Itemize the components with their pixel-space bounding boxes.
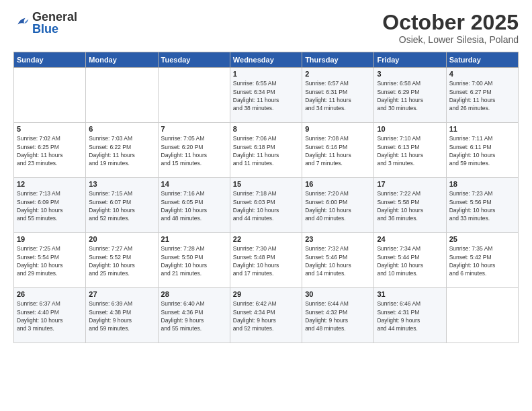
day-number: 6 xyxy=(89,125,154,133)
month-title: October 2025 xyxy=(382,11,519,34)
day-info: Sunrise: 7:34 AM Sunset: 5:44 PM Dayligh… xyxy=(377,244,443,277)
day-number: 1 xyxy=(233,70,299,78)
week-row-5: 26Sunrise: 6:37 AM Sunset: 4:40 PM Dayli… xyxy=(14,288,519,343)
calendar-cell: 30Sunrise: 6:44 AM Sunset: 4:32 PM Dayli… xyxy=(302,288,374,343)
day-info: Sunrise: 7:06 AM Sunset: 6:18 PM Dayligh… xyxy=(233,134,299,167)
day-number: 2 xyxy=(305,70,371,78)
day-number: 3 xyxy=(377,70,443,78)
header: General Blue October 2025 Osiek, Lower S… xyxy=(13,11,519,45)
calendar-cell: 10Sunrise: 7:10 AM Sunset: 6:13 PM Dayli… xyxy=(374,123,446,178)
calendar-cell: 9Sunrise: 7:08 AM Sunset: 6:16 PM Daylig… xyxy=(302,123,374,178)
calendar-page: General Blue October 2025 Osiek, Lower S… xyxy=(0,0,532,411)
logo: General Blue xyxy=(13,11,77,35)
day-number: 13 xyxy=(89,180,154,188)
day-info: Sunrise: 7:35 AM Sunset: 5:42 PM Dayligh… xyxy=(449,244,515,277)
day-number: 4 xyxy=(449,70,515,78)
calendar-cell: 1Sunrise: 6:55 AM Sunset: 6:34 PM Daylig… xyxy=(230,68,302,123)
day-number: 31 xyxy=(377,290,443,298)
day-number: 15 xyxy=(233,180,299,188)
day-info: Sunrise: 7:15 AM Sunset: 6:07 PM Dayligh… xyxy=(89,189,154,222)
calendar-cell: 24Sunrise: 7:34 AM Sunset: 5:44 PM Dayli… xyxy=(374,233,446,288)
calendar-cell: 25Sunrise: 7:35 AM Sunset: 5:42 PM Dayli… xyxy=(446,233,518,288)
day-number: 23 xyxy=(305,235,371,243)
day-info: Sunrise: 6:37 AM Sunset: 4:40 PM Dayligh… xyxy=(17,300,83,332)
calendar-cell: 21Sunrise: 7:28 AM Sunset: 5:50 PM Dayli… xyxy=(158,233,230,288)
calendar-cell: 7Sunrise: 7:05 AM Sunset: 6:20 PM Daylig… xyxy=(158,123,230,178)
day-info: Sunrise: 7:30 AM Sunset: 5:48 PM Dayligh… xyxy=(233,244,299,277)
day-number: 18 xyxy=(449,180,515,188)
week-row-2: 5Sunrise: 7:02 AM Sunset: 6:25 PM Daylig… xyxy=(14,123,519,178)
title-block: October 2025 Osiek, Lower Silesia, Polan… xyxy=(382,11,519,45)
logo-blue: Blue xyxy=(32,23,77,35)
day-info: Sunrise: 7:18 AM Sunset: 6:03 PM Dayligh… xyxy=(233,189,299,222)
day-info: Sunrise: 7:10 AM Sunset: 6:13 PM Dayligh… xyxy=(377,134,443,167)
day-info: Sunrise: 6:57 AM Sunset: 6:31 PM Dayligh… xyxy=(305,79,371,112)
calendar-cell: 4Sunrise: 7:00 AM Sunset: 6:27 PM Daylig… xyxy=(446,68,518,123)
day-number: 5 xyxy=(17,125,83,133)
calendar-cell: 13Sunrise: 7:15 AM Sunset: 6:07 PM Dayli… xyxy=(86,178,158,233)
col-sunday: Sunday xyxy=(14,52,86,68)
day-info: Sunrise: 7:28 AM Sunset: 5:50 PM Dayligh… xyxy=(161,244,227,277)
location: Osiek, Lower Silesia, Poland xyxy=(382,34,519,45)
day-info: Sunrise: 7:03 AM Sunset: 6:22 PM Dayligh… xyxy=(89,134,154,167)
calendar-cell: 19Sunrise: 7:25 AM Sunset: 5:54 PM Dayli… xyxy=(14,233,86,288)
day-info: Sunrise: 6:42 AM Sunset: 4:34 PM Dayligh… xyxy=(233,300,299,332)
logo-bird-icon xyxy=(13,15,30,31)
day-number: 22 xyxy=(233,235,299,243)
calendar-cell: 11Sunrise: 7:11 AM Sunset: 6:11 PM Dayli… xyxy=(446,123,518,178)
calendar-cell: 26Sunrise: 6:37 AM Sunset: 4:40 PM Dayli… xyxy=(14,288,86,343)
calendar-table: Sunday Monday Tuesday Wednesday Thursday… xyxy=(13,52,519,343)
week-row-4: 19Sunrise: 7:25 AM Sunset: 5:54 PM Dayli… xyxy=(14,233,519,288)
calendar-cell: 16Sunrise: 7:20 AM Sunset: 6:00 PM Dayli… xyxy=(302,178,374,233)
day-number: 28 xyxy=(161,290,227,298)
day-info: Sunrise: 7:16 AM Sunset: 6:05 PM Dayligh… xyxy=(161,189,227,222)
calendar-cell: 22Sunrise: 7:30 AM Sunset: 5:48 PM Dayli… xyxy=(230,233,302,288)
calendar-cell: 14Sunrise: 7:16 AM Sunset: 6:05 PM Dayli… xyxy=(158,178,230,233)
calendar-cell: 5Sunrise: 7:02 AM Sunset: 6:25 PM Daylig… xyxy=(14,123,86,178)
day-info: Sunrise: 7:23 AM Sunset: 5:56 PM Dayligh… xyxy=(449,189,515,222)
calendar-cell: 28Sunrise: 6:40 AM Sunset: 4:36 PM Dayli… xyxy=(158,288,230,343)
day-info: Sunrise: 6:40 AM Sunset: 4:36 PM Dayligh… xyxy=(161,300,227,332)
day-number: 20 xyxy=(89,235,154,243)
day-info: Sunrise: 7:11 AM Sunset: 6:11 PM Dayligh… xyxy=(449,134,515,167)
logo-text: General Blue xyxy=(32,11,77,35)
day-number: 9 xyxy=(305,125,371,133)
col-wednesday: Wednesday xyxy=(230,52,302,68)
calendar-cell xyxy=(14,68,86,123)
day-number: 16 xyxy=(305,180,371,188)
day-number: 11 xyxy=(449,125,515,133)
calendar-cell: 3Sunrise: 6:58 AM Sunset: 6:29 PM Daylig… xyxy=(374,68,446,123)
calendar-cell xyxy=(446,288,518,343)
day-info: Sunrise: 7:27 AM Sunset: 5:52 PM Dayligh… xyxy=(89,244,154,277)
day-number: 17 xyxy=(377,180,443,188)
week-row-3: 12Sunrise: 7:13 AM Sunset: 6:09 PM Dayli… xyxy=(14,178,519,233)
calendar-cell: 18Sunrise: 7:23 AM Sunset: 5:56 PM Dayli… xyxy=(446,178,518,233)
day-info: Sunrise: 6:55 AM Sunset: 6:34 PM Dayligh… xyxy=(233,79,299,112)
calendar-cell xyxy=(86,68,158,123)
day-info: Sunrise: 7:08 AM Sunset: 6:16 PM Dayligh… xyxy=(305,134,371,167)
day-number: 30 xyxy=(305,290,371,298)
day-number: 29 xyxy=(233,290,299,298)
col-friday: Friday xyxy=(374,52,446,68)
week-row-1: 1Sunrise: 6:55 AM Sunset: 6:34 PM Daylig… xyxy=(14,68,519,123)
col-thursday: Thursday xyxy=(302,52,374,68)
calendar-cell: 27Sunrise: 6:39 AM Sunset: 4:38 PM Dayli… xyxy=(86,288,158,343)
day-info: Sunrise: 7:05 AM Sunset: 6:20 PM Dayligh… xyxy=(161,134,227,167)
calendar-cell: 23Sunrise: 7:32 AM Sunset: 5:46 PM Dayli… xyxy=(302,233,374,288)
calendar-cell: 20Sunrise: 7:27 AM Sunset: 5:52 PM Dayli… xyxy=(86,233,158,288)
day-number: 24 xyxy=(377,235,443,243)
col-monday: Monday xyxy=(86,52,158,68)
calendar-cell: 31Sunrise: 6:46 AM Sunset: 4:31 PM Dayli… xyxy=(374,288,446,343)
day-info: Sunrise: 7:22 AM Sunset: 5:58 PM Dayligh… xyxy=(377,189,443,222)
day-number: 26 xyxy=(17,290,83,298)
calendar-header-row: Sunday Monday Tuesday Wednesday Thursday… xyxy=(14,52,519,68)
calendar-cell: 12Sunrise: 7:13 AM Sunset: 6:09 PM Dayli… xyxy=(14,178,86,233)
logo-general: General xyxy=(32,11,77,23)
day-info: Sunrise: 6:58 AM Sunset: 6:29 PM Dayligh… xyxy=(377,79,443,112)
day-number: 27 xyxy=(89,290,154,298)
day-info: Sunrise: 6:39 AM Sunset: 4:38 PM Dayligh… xyxy=(89,300,154,332)
day-info: Sunrise: 7:32 AM Sunset: 5:46 PM Dayligh… xyxy=(305,244,371,277)
day-info: Sunrise: 6:44 AM Sunset: 4:32 PM Dayligh… xyxy=(305,300,371,332)
day-number: 12 xyxy=(17,180,83,188)
col-saturday: Saturday xyxy=(446,52,518,68)
